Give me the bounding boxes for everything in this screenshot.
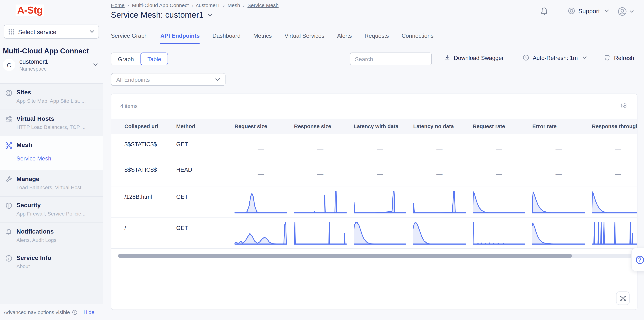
column-header-latency-no-data[interactable]: Latency no data [413, 123, 473, 129]
sparkline-request-size [234, 186, 287, 215]
sidebar-sublink-service-mesh[interactable]: Service Mesh [16, 155, 100, 162]
sidebar-item-manage[interactable]: ManageLoad Balancers, Virtual Host... [0, 170, 103, 196]
breadcrumb-item[interactable]: Service Mesh [248, 2, 278, 8]
sparkline-chart [294, 221, 346, 246]
sidebar-item-virtual-hosts[interactable]: Virtual HostsHTTP Load Balancers, TCP ..… [0, 110, 103, 136]
shield-icon [5, 202, 13, 210]
hide-nav-link[interactable]: Hide [84, 309, 94, 315]
tab-service-graph[interactable]: Service Graph [111, 32, 148, 43]
tab-virtual-services[interactable]: Virtual Services [284, 32, 324, 43]
cell-response-size [294, 186, 354, 217]
select-service-dropdown[interactable]: Select service [4, 24, 99, 38]
cell-collapsed-url: $$STATIC$$ [124, 134, 176, 159]
cell-request-size [234, 218, 294, 248]
empty-value: — [354, 134, 406, 152]
sidebar-nav: SitesApp Site Map, App Site List, ...Vir… [0, 83, 103, 275]
breadcrumb-item[interactable]: Home [111, 2, 124, 8]
main-area: Home›Multi-Cloud App Connect›customer1›M… [103, 0, 644, 320]
column-header-request-rate[interactable]: Request rate [473, 123, 532, 129]
breadcrumb-item[interactable]: Mesh [228, 2, 240, 8]
column-header-collapsed-url[interactable]: Collapsed url [124, 123, 176, 129]
sparkline-latency-with-data [354, 218, 406, 246]
sparkline-error-rate [532, 218, 585, 246]
sidebar-item-subtitle: App Firewall, Service Policie... [16, 211, 98, 217]
sparkline-chart [354, 221, 406, 246]
download-swagger-button[interactable]: Download Swagger [444, 54, 504, 61]
column-header-request-size[interactable]: Request size [234, 123, 294, 129]
sparkline-chart [532, 221, 585, 246]
help-button[interactable] [631, 248, 644, 272]
sidebar-item-title: Notifications [16, 228, 100, 235]
table-row[interactable]: $$STATIC$$GET——————— [111, 134, 637, 159]
sparkline-chart [413, 221, 466, 246]
graph-view-button[interactable]: Graph [111, 52, 140, 65]
account-menu[interactable] [617, 6, 634, 17]
gear-icon[interactable] [620, 102, 627, 109]
cell-request-size: — [234, 159, 294, 186]
breadcrumb-item[interactable]: customer1 [196, 2, 220, 8]
horizontal-scrollbar[interactable] [118, 254, 633, 258]
empty-value: — [592, 159, 637, 177]
notifications-bell-icon[interactable] [540, 6, 549, 16]
sparkline-response-size [294, 218, 346, 246]
tab-alerts[interactable]: Alerts [337, 32, 352, 43]
search-input[interactable] [350, 52, 432, 65]
mesh-icon [5, 142, 13, 149]
sidebar-item-security[interactable]: SecurityApp Firewall, Service Policie... [0, 196, 103, 223]
support-menu[interactable]: Support [568, 7, 609, 15]
breadcrumb-separator: › [192, 2, 193, 8]
chevron-down-icon [215, 78, 220, 81]
sidebar-footer: Advanced nav options visible Hide [0, 304, 103, 320]
column-header-response-size[interactable]: Response size [294, 123, 354, 129]
breadcrumb-separator: › [223, 2, 225, 8]
sparkline-response-throughput [592, 218, 637, 246]
sparkline-latency-with-data [354, 186, 406, 215]
scrollbar-thumb[interactable] [118, 254, 572, 258]
grid-dots-icon [8, 28, 14, 35]
empty-value: — [294, 159, 346, 177]
wrench-icon [5, 176, 13, 183]
sidebar: A-Stg Select service Multi-Cloud App Con… [0, 0, 103, 320]
page-title: Service Mesh: customer1 [111, 10, 204, 20]
tab-dashboard[interactable]: Dashboard [212, 32, 240, 43]
breadcrumb: Home›Multi-Cloud App Connect›customer1›M… [111, 2, 279, 8]
cell-response-size [294, 218, 354, 248]
table-row[interactable]: /GET [111, 218, 637, 249]
chevron-down-icon [93, 63, 98, 66]
sparkline-latency-no-data [413, 218, 466, 246]
info-icon [72, 309, 78, 315]
empty-value: — [473, 159, 525, 177]
auto-refresh-dropdown[interactable]: Auto-Refresh: 1m [522, 54, 587, 61]
endpoint-filter-dropdown[interactable]: All Endpoints [111, 73, 226, 86]
mesh-fullscreen-button[interactable] [616, 292, 630, 305]
empty-value: — [413, 159, 466, 177]
namespace-name: customer1 [19, 58, 48, 65]
breadcrumb-item[interactable]: Multi-Cloud App Connect [132, 2, 189, 8]
empty-value: — [354, 159, 406, 177]
table-row[interactable]: $$STATIC$$HEAD——————— [111, 159, 637, 186]
sidebar-item-notifications[interactable]: NotificationsAlerts, Audit Logs [0, 223, 103, 249]
sidebar-item-mesh[interactable]: MeshService Mesh [0, 136, 103, 170]
cell-method: GET [176, 186, 234, 217]
namespace-selector[interactable]: C customer1 Namespace [3, 58, 100, 72]
table-row[interactable]: /128B.htmlGET [111, 186, 637, 218]
tab-connections[interactable]: Connections [402, 32, 434, 43]
sidebar-item-sites[interactable]: SitesApp Site Map, App Site List, ... [0, 83, 103, 110]
chevron-down-icon[interactable] [207, 13, 212, 16]
column-header-response-throughput[interactable]: Response throughput [592, 123, 637, 129]
column-header-method[interactable]: Method [176, 123, 234, 129]
tab-metrics[interactable]: Metrics [253, 32, 272, 43]
tab-api-endpoints[interactable]: API Endpoints [160, 32, 200, 43]
cell-request-size: — [234, 134, 294, 159]
brand-logo[interactable]: A-Stg [16, 4, 44, 16]
table-header-row: Collapsed urlMethodRequest sizeResponse … [111, 119, 637, 134]
cell-response-throughput: — [592, 134, 637, 159]
sidebar-item-service-info[interactable]: Service InfoAbout [0, 249, 103, 275]
refresh-button[interactable]: Refresh [604, 54, 634, 61]
refresh-icon [604, 54, 611, 61]
table-view-button[interactable]: Table [140, 52, 168, 65]
sparkline-chart [592, 221, 637, 246]
column-header-error-rate[interactable]: Error rate [532, 123, 592, 129]
tab-requests[interactable]: Requests [364, 32, 389, 43]
column-header-latency-with-data[interactable]: Latency with data [354, 123, 413, 129]
